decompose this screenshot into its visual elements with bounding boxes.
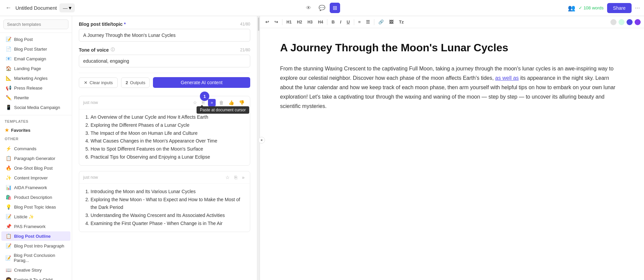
one-shot-icon: 🔥 [5,165,11,171]
tone-char-count: 21/80 [240,48,250,52]
sidebar-item-product-description[interactable]: 🛍️ Product Description [1,192,70,202]
topbar-view-controls: 👁 💬 ⊞ [303,3,340,13]
paste-tooltip: Paste at document cursor [197,106,249,114]
ordered-list-button[interactable]: ≡ [356,18,363,26]
share-button[interactable]: Share [607,3,632,13]
card-1-thumbup-button[interactable]: 👍 [227,99,235,106]
card-2-actions: ☆ ⎘ » [224,174,246,181]
sidebar-item-press-release[interactable]: 📢 Press Release [1,83,70,93]
more-options-button[interactable]: ··· [635,4,640,11]
sidebar-item-rewrite[interactable]: ✏️ Rewrite [1,93,70,102]
card-2-time: just now [83,175,98,180]
sidebar-item-email-campaign[interactable]: 📧 Email Campaign [1,54,70,63]
topic-ideas-icon: 💡 [5,204,11,210]
list-item: How to Spot Different Features on the Mo… [91,145,245,153]
h1-button[interactable]: H1 [284,18,293,26]
sidebar-item-one-shot-blog[interactable]: 🔥 One-Shot Blog Post [1,163,70,173]
editor-toolbar: ↩ ↪ H1 H2 H3 H4 B I U ≡ ☰ 🔗 🖼 Tz [260,16,644,28]
h3-button[interactable]: H3 [306,18,315,26]
sidebar-item-blog-post[interactable]: 📝 Blog Post [1,35,70,44]
sidebar-item-landing-page[interactable]: 🏠 Landing Page [1,64,70,73]
bold-button[interactable]: B [329,18,336,26]
middle-content: Blog post title/topic * 41/80 Tone of vo… [72,16,257,280]
sidebar-item-creative-story[interactable]: 📖 Creative Story [1,265,70,275]
tone-field-group: Tone of voice ⓘ 21/80 [79,47,250,67]
format-button[interactable]: Tz [397,18,406,26]
sidebar-item-pas[interactable]: 📌 PAS Framework [1,222,70,231]
sidebar: 📝 Blog Post 📄 Blog Post Starter 📧 Email … [0,16,72,280]
sidebar-item-content-improver[interactable]: ✨ Content Improver [1,173,70,182]
actions-row: ✕ Clear inputs 2 Outputs Generate AI con… [79,73,250,88]
card-1-paste-button[interactable]: » [208,99,216,106]
card-1-thumbdown-button[interactable]: 👎 [237,99,246,106]
blog-intro-icon: 📝 [5,243,11,248]
middle-panel: Blog post title/topic * 41/80 Tone of vo… [72,16,260,280]
sidebar-item-blog-conclusion[interactable]: 📝 Blog Post Conclusion Parag... [1,251,70,265]
list-item: Examining the First Quarter Phase - When… [91,220,245,228]
toolbar-sep-2 [327,19,327,25]
search-input[interactable] [3,19,68,29]
view-comment-button[interactable]: 💬 [316,3,328,13]
list-item: What Causes Changes in the Moon's Appear… [91,137,245,145]
explain-child-icon: 🧒 [5,277,11,280]
sidebar-item-blog-outline[interactable]: 📋 Blog Post Outline [1,231,70,241]
middle-scroll: Blog post title/topic * 41/80 Tone of vo… [72,16,257,243]
check-icon: ✓ [579,5,582,10]
view-split-button[interactable]: ⊞ [330,3,340,13]
unordered-list-button[interactable]: ☰ [364,18,372,26]
generate-button[interactable]: Generate AI content [153,77,250,88]
link-button[interactable]: 🔗 [376,18,386,26]
h4-button[interactable]: H4 [316,18,325,26]
clear-inputs-button[interactable]: ✕ Clear inputs [79,77,118,88]
sidebar-top-section: 📝 Blog Post 📄 Blog Post Starter 📧 Email … [0,33,72,114]
content-improver-icon: ✨ [5,175,11,180]
back-button[interactable]: ← [4,3,13,13]
view-preview-button[interactable]: 👁 [303,3,314,13]
h2-button[interactable]: H2 [295,18,304,26]
editor-avatar-purple [627,19,633,25]
star-icon: ★ [5,127,9,133]
list-item: Exploring the New Moon - What to Expect … [91,196,245,212]
title-field-label: Blog post title/topic * 41/80 [79,21,250,27]
sidebar-item-paragraph-generator[interactable]: 📋 Paragraph Generator [1,154,70,163]
redo-button[interactable]: ↪ [272,18,280,26]
search-box [0,16,72,33]
social-media-icon: 📱 [5,105,11,110]
sidebar-item-blog-post-starter[interactable]: 📄 Blog Post Starter [1,44,70,54]
sidebar-item-aida[interactable]: 📊 AIDA Framework [1,183,70,192]
blog-post-icon: 📝 [5,37,11,42]
collaborators-icon: 👥 [568,4,575,12]
editor-content[interactable]: A Journey Through the Moon's Lunar Cycle… [260,28,644,280]
sidebar-item-social-media[interactable]: 📱 Social Media Campaign [1,103,70,112]
list-item: An Overview of the Lunar Cycle and How I… [91,113,245,121]
card-1-star-button[interactable]: ☆ [192,99,199,106]
editor-avatar-dark-purple [635,19,641,25]
undo-button[interactable]: ↩ [263,18,271,26]
title-dropdown[interactable]: — ▾ [59,3,75,12]
sidebar-item-commands[interactable]: ⚡ Commands [1,144,70,153]
commands-icon: ⚡ [5,146,11,151]
underline-button[interactable]: U [344,18,352,26]
sidebar-item-topic-ideas[interactable]: 💡 Blog Post Topic Ideas [1,202,70,212]
card-2-paste-button[interactable]: » [240,174,246,181]
sidebar-item-blog-intro[interactable]: 📝 Blog Post Intro Paragraph [1,241,70,250]
card-1-trash-button[interactable]: 🗑 [218,99,225,106]
card-2-star-button[interactable]: ☆ [224,174,231,181]
marketing-angles-icon: 📐 [5,75,11,81]
sidebar-item-explain-child[interactable]: 🧒 Explain It To a Child [1,275,70,280]
image-button[interactable]: 🖼 [387,18,395,26]
email-campaign-icon: 📧 [5,56,11,61]
step-badge: 1 [200,92,209,101]
italic-button[interactable]: I [338,18,343,26]
sidebar-item-listicle[interactable]: 📝 Listicle ✨ [1,212,70,221]
templates-header: TEMPLATES [0,117,72,125]
sidebar-item-marketing-angles[interactable]: 📐 Marketing Angles [1,73,70,83]
rewrite-icon: ✏️ [5,95,11,100]
tone-input[interactable] [79,55,250,67]
editor-right-icons [610,19,641,25]
middle-scroll-thumb[interactable] [258,17,259,31]
card-1-time: just now [83,100,98,105]
card-2-copy-button[interactable]: ⎘ [233,174,238,181]
title-input[interactable] [79,29,250,42]
listicle-icon: 📝 [5,214,11,219]
